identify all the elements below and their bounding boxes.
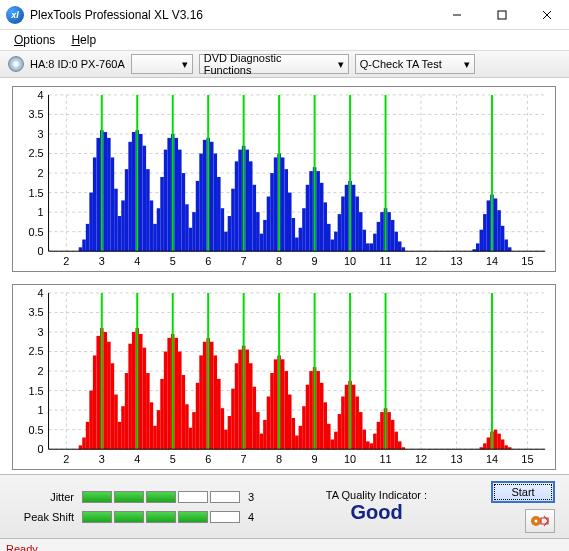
jitter-count: 3	[248, 491, 262, 503]
svg-text:15: 15	[521, 453, 533, 465]
svg-rect-225	[128, 344, 132, 450]
close-button[interactable]	[524, 0, 569, 30]
bottom-panel: Jitter 3 Peak Shift 4 TA Quality Indicat…	[0, 474, 569, 538]
svg-rect-110	[292, 218, 296, 251]
svg-text:10: 10	[344, 453, 356, 465]
menu-help[interactable]: Help	[65, 31, 102, 49]
meter-segment	[114, 491, 144, 503]
svg-rect-144	[480, 230, 484, 251]
svg-rect-127	[352, 185, 356, 251]
svg-rect-59	[111, 157, 115, 251]
svg-rect-270	[288, 395, 292, 450]
svg-rect-248	[210, 342, 214, 449]
svg-text:3: 3	[99, 255, 105, 267]
svg-rect-293	[370, 443, 374, 449]
svg-rect-151	[504, 239, 508, 251]
svg-rect-121	[331, 239, 335, 251]
svg-rect-123	[338, 214, 342, 251]
svg-rect-254	[231, 389, 235, 450]
svg-rect-83	[196, 181, 200, 251]
minimize-button[interactable]	[434, 0, 479, 30]
drive-select[interactable]: ▾	[131, 54, 193, 74]
svg-rect-67	[139, 134, 143, 251]
svg-text:9: 9	[312, 255, 318, 267]
menu-options[interactable]: Options	[8, 31, 61, 49]
svg-rect-99	[253, 185, 257, 251]
svg-rect-259	[249, 363, 253, 449]
chevron-down-icon: ▾	[458, 58, 470, 71]
svg-rect-251	[221, 408, 225, 449]
svg-rect-105	[274, 157, 278, 251]
function-select[interactable]: DVD Diagnostic Functions▾	[199, 54, 349, 74]
svg-rect-98	[249, 161, 253, 251]
svg-rect-280	[323, 402, 327, 449]
svg-rect-291	[362, 430, 366, 450]
svg-rect-244	[196, 383, 200, 449]
svg-rect-273	[299, 426, 303, 449]
svg-text:13: 13	[450, 255, 462, 267]
svg-rect-125	[345, 185, 349, 251]
svg-rect-250	[217, 379, 221, 449]
svg-rect-266	[274, 359, 278, 449]
svg-rect-135	[380, 212, 384, 251]
svg-text:2: 2	[63, 255, 69, 267]
svg-rect-80	[185, 204, 189, 251]
svg-rect-89	[217, 177, 221, 251]
svg-rect-82	[192, 212, 196, 251]
svg-rect-275	[306, 385, 310, 449]
svg-rect-138	[391, 220, 395, 251]
svg-rect-78	[178, 150, 182, 252]
svg-rect-290	[359, 412, 363, 449]
svg-rect-230	[146, 373, 150, 449]
svg-text:10: 10	[344, 255, 356, 267]
meter-segment	[210, 511, 240, 523]
svg-rect-286	[345, 385, 349, 449]
svg-text:5: 5	[170, 453, 176, 465]
write-button[interactable]	[525, 509, 555, 533]
peakshift-count: 4	[248, 511, 262, 523]
svg-rect-220	[111, 363, 115, 449]
svg-rect-124	[341, 197, 345, 252]
svg-rect-112	[299, 228, 303, 251]
svg-rect-258	[245, 350, 249, 450]
svg-rect-236	[167, 338, 171, 449]
start-button[interactable]: Start	[491, 481, 555, 503]
test-select[interactable]: Q-Check TA Test▾	[355, 54, 475, 74]
svg-text:2.5: 2.5	[28, 147, 43, 159]
svg-rect-271	[292, 418, 296, 449]
svg-rect-104	[270, 173, 274, 251]
svg-rect-252	[224, 430, 228, 450]
test-select-label: Q-Check TA Test	[360, 58, 442, 70]
svg-rect-234	[160, 379, 164, 449]
svg-rect-137	[387, 212, 391, 251]
svg-rect-146	[487, 200, 491, 251]
svg-rect-58	[107, 138, 111, 251]
svg-rect-276	[309, 371, 313, 449]
svg-text:3: 3	[38, 326, 44, 338]
svg-rect-301	[398, 441, 402, 449]
svg-rect-278	[316, 371, 320, 449]
svg-rect-72	[157, 208, 161, 251]
window-buttons	[434, 0, 569, 30]
svg-text:2.5: 2.5	[28, 345, 43, 357]
svg-text:14: 14	[486, 255, 498, 267]
svg-rect-115	[309, 171, 313, 251]
meter-segment	[146, 491, 176, 503]
svg-rect-129	[359, 212, 363, 251]
svg-text:2: 2	[38, 167, 44, 179]
svg-rect-108	[284, 169, 288, 251]
svg-rect-240	[182, 375, 186, 449]
meter-segment	[146, 511, 176, 523]
svg-text:5: 5	[170, 255, 176, 267]
meter-segment	[178, 491, 208, 503]
svg-rect-1	[498, 11, 506, 19]
svg-text:14: 14	[486, 453, 498, 465]
maximize-button[interactable]	[479, 0, 524, 30]
svg-rect-81	[189, 228, 193, 251]
svg-rect-243	[192, 412, 196, 449]
svg-rect-55	[96, 138, 100, 251]
peakshift-row: Peak Shift 4	[14, 511, 262, 523]
svg-rect-255	[235, 363, 239, 449]
svg-rect-114	[306, 185, 310, 251]
disc-icon	[8, 56, 24, 72]
